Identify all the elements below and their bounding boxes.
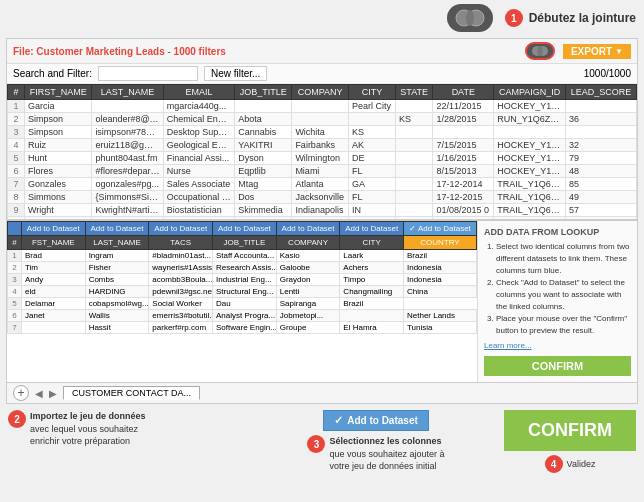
step-2-badge: 2 [8, 410, 26, 428]
join-icon[interactable] [447, 4, 493, 32]
step-4-badge: 4 [545, 455, 563, 473]
toolbar: File: Customer Marketing Leads - 1000 fi… [7, 39, 637, 64]
search-filter-label: Search and Filter: [13, 68, 92, 79]
record-count: 1000/1000 [584, 68, 631, 79]
lookup-sidebar: ADD DATA FROM LOOKUP Select two identica… [477, 221, 637, 382]
col-city: CITY [349, 85, 396, 100]
table-row: 7Gonzalesogonzales#pg...Sales AssociateM… [8, 178, 637, 191]
col-company: COMPANY [292, 85, 349, 100]
tabs-area: + ◀ ▶ CUSTOMER CONTACT DA... [6, 383, 638, 404]
annotation-2-text: Importez le jeu de données avec lequel v… [30, 410, 146, 448]
table-row: 10Rodriguezfrodriguez#yan...Director of … [8, 217, 637, 220]
table-row: 2TimFisherwayneris#1Assis...Research Ass… [8, 262, 477, 274]
lcol-city: CITY [340, 236, 404, 250]
table-header-row: # FIRST_NAME LAST_NAME EMAIL JOB_TITLE C… [8, 85, 637, 100]
table-row: 2Simpsonoleander#8@m...Chemical Engin...… [8, 113, 637, 126]
confirm-main-button[interactable]: CONFIRM [504, 410, 636, 451]
lookup-header-row: # FST_NAME LAST_NAME TACS JOB_TITLE COMP… [8, 236, 477, 250]
lookup-step-3: Place your mouse over the "Confirm" butt… [496, 313, 631, 337]
annotation-2: 2 Importez le jeu de données avec lequel… [8, 410, 248, 448]
table-row: 3AndyCombsacombb3Boula...Industrial Eng.… [8, 274, 477, 286]
svg-point-2 [466, 10, 474, 26]
annotation-4-text: Validez [567, 458, 596, 471]
table-row: 6Flores#flores#depart...NurseEqptlibMiam… [8, 165, 637, 178]
col-state: STATE [395, 85, 432, 100]
add-to-dataset-row: Add to Dataset Add to Dataset Add to Dat… [8, 222, 477, 236]
add-col-4[interactable]: Add to Dataset [213, 222, 277, 236]
export-button[interactable]: EXPORT ▼ [563, 44, 631, 59]
table-row: 7Hassitparkerf#rp.comSoftware Engin...Gr… [8, 322, 477, 334]
tab-customer-contact[interactable]: CUSTOMER CONTACT DA... [63, 386, 200, 400]
join-button-small[interactable] [525, 42, 555, 60]
table-row: 8Simmons{Simmons#Simo...Occupational T..… [8, 191, 637, 204]
col-firstname: FIRST_NAME [25, 85, 92, 100]
col-campaignid: CAMPAIGN_ID [494, 85, 566, 100]
lcol-country: COUNTRY [403, 236, 476, 250]
lcol-jobtitle: JOB_TITLE [213, 236, 277, 250]
annotation-3: ✓ Add to Dataset 3 Sélectionnez les colo… [256, 410, 496, 473]
add-col-6[interactable]: Add to Dataset [340, 222, 404, 236]
confirm-sidebar-button[interactable]: CONFIRM [484, 356, 631, 376]
tab-nav: ◀ ▶ [33, 388, 59, 399]
add-empty [8, 222, 22, 236]
col-lastname: LAST_NAME [92, 85, 163, 100]
add-col-5[interactable]: Add to Dataset [276, 222, 340, 236]
lcol-lastname: LAST_NAME [85, 236, 149, 250]
top-data-table: # FIRST_NAME LAST_NAME EMAIL JOB_TITLE C… [7, 84, 637, 219]
new-filter-button[interactable]: New filter... [204, 66, 267, 81]
col-leadscore: LEAD_SCORE [565, 85, 636, 100]
top-data-table-container: # FIRST_NAME LAST_NAME EMAIL JOB_TITLE C… [7, 84, 637, 219]
col-rownum: # [8, 85, 25, 100]
table-row: 4Ruizeruiz118@gmail...Geological Engi...… [8, 139, 637, 152]
svg-point-5 [537, 46, 542, 56]
checkmark-icon: ✓ [334, 414, 343, 427]
top-table-body: 1Garciamgarcia440g...Pearl City22/11/201… [8, 100, 637, 220]
add-col-7-checked[interactable]: ✓ Add to Dataset [403, 222, 476, 236]
debutez-label: Débutez la jointure [529, 11, 636, 25]
tab-next-arrow[interactable]: ▶ [47, 388, 59, 399]
add-tab-button[interactable]: + [13, 385, 29, 401]
lcol-fstname: FST_NAME [22, 236, 86, 250]
search-input[interactable] [98, 66, 198, 81]
bottom-annotations: 2 Importez le jeu de données avec lequel… [0, 406, 644, 477]
add-col-1[interactable]: Add to Dataset [22, 222, 86, 236]
lookup-table-body: 1BradIngram#bladmin01ast...Staff Account… [8, 250, 477, 334]
lcol-tacs: TACS [149, 236, 213, 250]
lookup-step-2: Check "Add to Dataset" to select the col… [496, 277, 631, 313]
filter-bar: Search and Filter: New filter... 1000/10… [7, 64, 637, 84]
lookup-steps: Select two identical columns from two di… [484, 241, 631, 337]
table-row: 6JanetWallisemerris3#botutil...Analyst P… [8, 310, 477, 322]
annotation-3-text: Sélectionnez les colonnes que vous souha… [329, 435, 444, 473]
col-email: EMAIL [163, 85, 234, 100]
col-date: DATE [433, 85, 494, 100]
lcol-rownum: # [8, 236, 22, 250]
add-col-3[interactable]: Add to Dataset [149, 222, 213, 236]
table-row: 1BradIngram#bladmin01ast...Staff Account… [8, 250, 477, 262]
add-col-2[interactable]: Add to Dataset [85, 222, 149, 236]
table-row: 5Delamarcobapsmol#wg...Social WorkerDauS… [8, 298, 477, 310]
tab-prev-arrow[interactable]: ◀ [33, 388, 45, 399]
add-to-dataset-label: Add to Dataset [347, 415, 418, 426]
lookup-table-area: Add to Dataset Add to Dataset Add to Dat… [7, 221, 477, 382]
lookup-table: Add to Dataset Add to Dataset Add to Dat… [7, 221, 477, 334]
top-annotation-area: 1 Débutez la jointure [0, 0, 644, 38]
lookup-panel: Add to Dataset Add to Dataset Add to Dat… [6, 220, 638, 383]
main-data-panel: File: Customer Marketing Leads - 1000 fi… [6, 38, 638, 220]
step-3-badge: 3 [307, 435, 325, 453]
step-1-badge: 1 [505, 9, 523, 27]
learn-more-link[interactable]: Learn more... [484, 341, 631, 350]
col-jobtitle: JOB_TITLE [235, 85, 292, 100]
table-row: 5Huntphunt804ast.fmFinancial Assi...Dyso… [8, 152, 637, 165]
table-row: 4eldHARDINGpdewnil3#gsc.ne...Structural … [8, 286, 477, 298]
add-to-dataset-badge[interactable]: ✓ Add to Dataset [323, 410, 429, 431]
annotation-4: CONFIRM 4 Validez [504, 410, 636, 473]
lookup-sidebar-title: ADD DATA FROM LOOKUP [484, 227, 631, 237]
table-row: 3Simpsonisimpson#78gm...Desktop Suppor..… [8, 126, 637, 139]
table-row: 1Garciamgarcia440g...Pearl City22/11/201… [8, 100, 637, 113]
lcol-company: COMPANY [276, 236, 340, 250]
table-row: 9WrightKwrightN#artits...Biostatistician… [8, 204, 637, 217]
file-title: File: Customer Marketing Leads - 1000 fi… [13, 46, 517, 57]
lookup-step-1: Select two identical columns from two di… [496, 241, 631, 277]
